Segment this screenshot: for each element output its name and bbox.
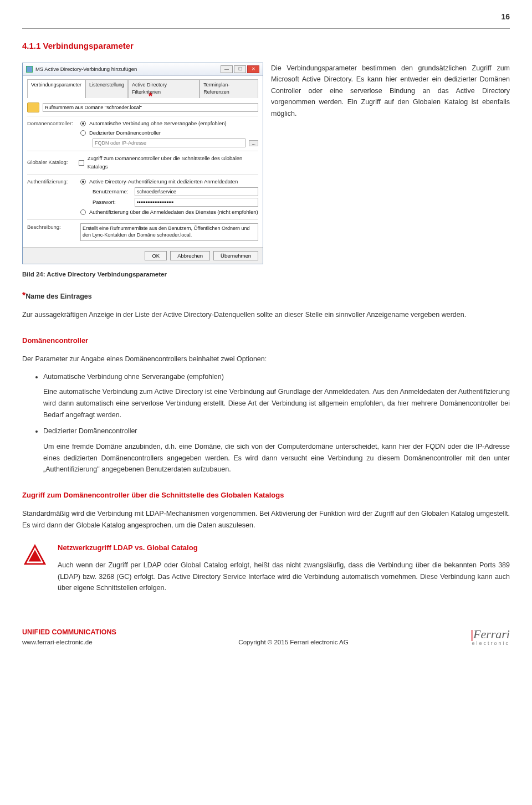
gk-opt: Zugriff zum Domänencontroller über die S… xyxy=(88,155,258,171)
tab-schedule[interactable]: Terminplan-Referenzen xyxy=(200,79,258,98)
tab-list[interactable]: Listenerstellung xyxy=(85,79,128,98)
dialog-window: MS Active Directory-Verbindung hinzufüge… xyxy=(22,63,263,264)
note-text: Auch wenn der Zugriff per LDAP oder Glob… xyxy=(58,560,510,594)
section-title: 4.1.1 Verbindungsparameter xyxy=(22,40,510,53)
username-input[interactable] xyxy=(135,187,258,196)
dc-item-dedicated-text: Um eine fremde Domäne anzubinden, d.h. e… xyxy=(43,441,510,475)
page-number: 16 xyxy=(22,0,510,28)
gk-heading: Zugriff zum Domänencontroller über die S… xyxy=(22,490,510,501)
auth-radio-dedicated[interactable] xyxy=(80,179,86,184)
name-entry-text: Zur aussagekräftigen Anzeige in der List… xyxy=(22,309,510,321)
description-input[interactable]: Erstellt eine Rufnummernliste aus den Be… xyxy=(80,223,258,240)
dc-label: Domänencontroller: xyxy=(27,120,77,127)
dc-item-dedicated: Dedizierter Domänencontroller Um eine fr… xyxy=(43,426,510,475)
fqdn-input xyxy=(93,139,245,147)
pass-label: Passwort: xyxy=(93,198,131,206)
dialog-titlebar: MS Active Directory-Verbindung hinzufüge… xyxy=(23,63,263,76)
top-divider xyxy=(22,28,510,29)
tab-connection[interactable]: Verbindungsparameter xyxy=(27,79,85,98)
dialog-tabs: Verbindungsparameter Listenerstellung Ac… xyxy=(27,79,258,98)
name-input[interactable] xyxy=(43,103,258,112)
minimize-icon[interactable]: — xyxy=(221,65,233,73)
warning-icon xyxy=(22,542,48,571)
auth-radio-service[interactable] xyxy=(80,209,86,215)
dc-item-auto-title: Automatische Verbindung ohne Serverangab… xyxy=(43,373,224,381)
tab-filter[interactable]: Active Directory Filterkriterien xyxy=(128,79,200,98)
dc-opt-auto: Automatische Verbindung ohne Serverangab… xyxy=(89,120,227,127)
password-input[interactable] xyxy=(135,198,258,207)
window-icon xyxy=(26,66,33,73)
cancel-button[interactable]: Abbrechen xyxy=(170,251,210,260)
ok-button[interactable]: OK xyxy=(145,251,167,260)
footer-url: www.ferrari-electronic.de xyxy=(22,638,116,647)
dc-item-auto-text: Eine automatische Verbindung zum Active … xyxy=(43,386,510,421)
asterisk-marker: * xyxy=(149,89,152,104)
dc-heading: Domänencontroller xyxy=(22,335,510,346)
user-label: Benutzername: xyxy=(93,188,131,196)
dc-item-auto: Automatische Verbindung ohne Serverangab… xyxy=(43,372,510,421)
figure-caption: Bild 24: Active Directory Verbindungspar… xyxy=(22,270,510,279)
note-heading: Netzwerkzugriff LDAP vs. Global Catalog xyxy=(58,542,510,553)
name-entry-heading: *Name des Eintrages xyxy=(22,289,510,302)
maximize-icon[interactable]: ☐ xyxy=(234,65,246,73)
gk-label: Globaler Katalog: xyxy=(27,158,75,166)
close-icon[interactable]: ✕ xyxy=(247,65,259,73)
footer-uc: UNIFIED COMMUNICATIONS xyxy=(22,627,116,638)
dc-radio-auto[interactable] xyxy=(80,121,86,126)
dialog-title: MS Active Directory-Verbindung hinzufüge… xyxy=(35,65,137,73)
dc-opt-dedicated: Dedizierter Domänencontroller xyxy=(89,129,161,137)
folder-icon xyxy=(27,102,39,112)
apply-button[interactable]: Übernehmen xyxy=(213,251,258,260)
dc-item-dedicated-title: Dedizierter Domänencontroller xyxy=(43,427,137,435)
auth-opt-dedicated: Active Directory-Authentifizierung mit d… xyxy=(89,178,238,186)
dc-lead: Der Parameter zur Angabe eines Domänenco… xyxy=(22,353,510,365)
gk-text: Standardmäßig wird die Verbindung mit LD… xyxy=(22,508,510,531)
auth-label: Authentifizierung: xyxy=(27,178,77,186)
footer-logo: |Ferrari electronic xyxy=(470,629,510,647)
browse-button[interactable]: ... xyxy=(249,140,258,146)
auth-opt-service: Authentifizierung über die Anmeldedaten … xyxy=(89,208,258,216)
gk-checkbox[interactable] xyxy=(79,160,84,166)
dc-radio-dedicated[interactable] xyxy=(80,130,86,136)
footer-copyright: Copyright © 2015 Ferrari electronic AG xyxy=(238,638,348,647)
desc-label: Beschreibung: xyxy=(27,223,77,231)
intro-paragraph: Die Verbindungsparameter bestimmen den g… xyxy=(271,63,510,264)
